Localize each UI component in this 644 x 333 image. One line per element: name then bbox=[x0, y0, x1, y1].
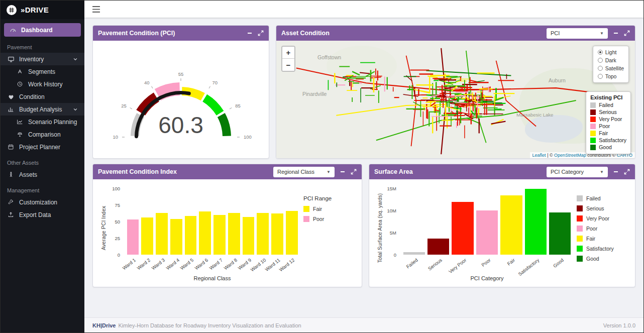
expand-icon[interactable] bbox=[624, 169, 630, 175]
sidebar-item-label: Customization bbox=[19, 199, 57, 206]
pci-index-groupby-dropdown[interactable]: Regional Class ▼ bbox=[273, 167, 335, 177]
x-axis-title: Regional Class bbox=[123, 275, 301, 281]
sidebar-item-scenario-planning[interactable]: Scenario Planning bbox=[1, 116, 84, 128]
legend-swatch bbox=[590, 117, 596, 122]
basemap-option-light[interactable]: Light bbox=[598, 49, 624, 55]
bar-fair bbox=[500, 195, 522, 255]
legend-label: Failed bbox=[599, 102, 613, 108]
legend-title: PCI Range bbox=[303, 195, 358, 201]
minimize-icon[interactable] bbox=[613, 30, 619, 36]
surface-area-groupby-dropdown[interactable]: PCI Category ▼ bbox=[547, 167, 608, 177]
sidebar-item-label: Export Data bbox=[19, 211, 51, 218]
footer: KH|Drive Kimley-Horn Database for Roadwa… bbox=[84, 317, 643, 332]
minimize-icon[interactable] bbox=[613, 169, 619, 175]
minimize-icon[interactable] bbox=[247, 30, 253, 36]
bar-ward-5 bbox=[185, 216, 197, 255]
basemap-option-dark[interactable]: Dark bbox=[598, 57, 624, 63]
radio-icon[interactable] bbox=[598, 66, 603, 71]
leaflet-link[interactable]: Leaflet bbox=[532, 153, 546, 158]
hamburger-menu-icon[interactable] bbox=[92, 6, 100, 13]
svg-text:10: 10 bbox=[113, 134, 118, 140]
legend-label: Good bbox=[599, 144, 612, 150]
bar-ward-2 bbox=[141, 217, 153, 255]
font-icon bbox=[16, 68, 24, 75]
map-zoom-control: + − bbox=[281, 46, 295, 72]
y-tick-label: 5M bbox=[390, 230, 396, 236]
sidebar-item-inventory[interactable]: Inventory bbox=[1, 53, 84, 65]
y-tick-label: 10M bbox=[387, 208, 396, 213]
calendar-icon bbox=[7, 144, 15, 150]
card-pavement-condition-pci: Pavement Condition (PCI) 102540557085100… bbox=[92, 25, 269, 159]
basemap-option-label: Topo bbox=[605, 73, 617, 79]
sidebar-item-comparison[interactable]: Comparison bbox=[1, 128, 84, 141]
legend-label: Serious bbox=[599, 109, 617, 115]
x-label-cell: Failed bbox=[403, 255, 425, 274]
bars-group bbox=[123, 188, 301, 255]
sidebar-item-condition[interactable]: Condition bbox=[1, 90, 84, 103]
app-logo-icon bbox=[7, 5, 17, 15]
history-clock-icon bbox=[16, 81, 24, 87]
legend-swatch bbox=[590, 145, 596, 150]
x-tick-label: Serious bbox=[426, 257, 443, 272]
sidebar-item-project-planner[interactable]: Project Planner bbox=[1, 141, 84, 153]
pci-index-chart-canvas: Average PCI Index0255075100Ward 1Ward 2W… bbox=[93, 179, 362, 287]
sidebar-item-label: Dashboard bbox=[21, 27, 53, 34]
legend-swatch bbox=[577, 215, 583, 221]
app-logo-text: »DRIVE bbox=[21, 6, 49, 14]
chevron-down-icon: ▼ bbox=[600, 31, 604, 36]
bar-ward-10 bbox=[257, 213, 269, 255]
zoom-in-button[interactable]: + bbox=[282, 47, 294, 59]
zoom-out-button[interactable]: − bbox=[282, 59, 294, 71]
radio-icon[interactable] bbox=[598, 50, 603, 55]
sidebar-section-pavement: Pavement bbox=[1, 38, 84, 53]
sidebar: »DRIVE Dashboard Pavement Inventory Segm… bbox=[1, 1, 84, 332]
bar-chart-icon bbox=[7, 106, 15, 113]
sidebar-item-assets[interactable]: Assets bbox=[1, 168, 84, 181]
x-label-cell: Ward 3 bbox=[156, 255, 168, 274]
monitor-icon bbox=[7, 56, 15, 63]
card-header: Asset Condition PCI ▼ bbox=[276, 26, 635, 41]
bar-ward-9 bbox=[243, 217, 255, 255]
x-tick-label: Very Poor bbox=[447, 257, 467, 274]
asset-condition-metric-dropdown[interactable]: PCI ▼ bbox=[547, 28, 608, 39]
sidebar-item-label: Inventory bbox=[19, 56, 44, 63]
legend-item: Serious bbox=[590, 109, 626, 115]
legend-item: Good bbox=[590, 144, 626, 150]
sidebar-item-customization[interactable]: Customization bbox=[1, 196, 84, 208]
sidebar-item-dashboard[interactable]: Dashboard bbox=[4, 23, 81, 37]
legend-swatch bbox=[577, 205, 583, 211]
sidebar-item-work-history[interactable]: Work History bbox=[1, 78, 84, 90]
basemap-option-topo[interactable]: Topo bbox=[598, 73, 624, 79]
expand-icon[interactable] bbox=[351, 169, 357, 175]
sidebar-item-export-data[interactable]: Export Data bbox=[1, 208, 84, 221]
legend-label: Fair bbox=[586, 236, 595, 242]
heart-icon bbox=[7, 93, 15, 100]
sidebar-item-label: Work History bbox=[28, 81, 62, 88]
x-label-cell: Ward 6 bbox=[199, 255, 211, 274]
osm-link[interactable]: OpenStreetMap bbox=[554, 153, 586, 158]
existing-pci-legend: Existing PCI FailedSeriousVery PoorPoorF… bbox=[586, 91, 631, 154]
map-place-label: Goffstown bbox=[317, 54, 341, 60]
legend-label: Failed bbox=[586, 195, 601, 201]
x-label-cell: Ward 5 bbox=[185, 255, 197, 274]
legend-label: Fair bbox=[313, 206, 322, 212]
bar-serious bbox=[427, 239, 449, 255]
legend-swatch bbox=[590, 124, 596, 129]
expand-icon[interactable] bbox=[624, 30, 630, 36]
radio-icon[interactable] bbox=[598, 58, 603, 63]
map-canvas[interactable]: Goffstown Pinardville Auburn Massabesic … bbox=[276, 41, 635, 158]
expand-icon[interactable] bbox=[258, 30, 264, 36]
x-tick-label: Ward 1 bbox=[122, 257, 137, 271]
basemap-option-satellite[interactable]: Satellite bbox=[598, 65, 624, 71]
sidebar-item-label: Condition bbox=[19, 93, 45, 100]
legend-swatch bbox=[590, 109, 596, 115]
dropdown-value: PCI Category bbox=[551, 169, 584, 175]
sidebar-item-budget-analysis[interactable]: Budget Analysis bbox=[1, 103, 84, 116]
x-tick-label: Good bbox=[552, 257, 565, 269]
legend-item: Poor bbox=[590, 123, 626, 129]
sidebar-item-segments[interactable]: Segments bbox=[1, 65, 84, 78]
card-pavement-condition-index: Pavement Condition Index Regional Class … bbox=[92, 164, 362, 287]
radio-icon[interactable] bbox=[598, 74, 603, 79]
legend-swatch bbox=[590, 131, 596, 136]
minimize-icon[interactable] bbox=[340, 169, 346, 175]
